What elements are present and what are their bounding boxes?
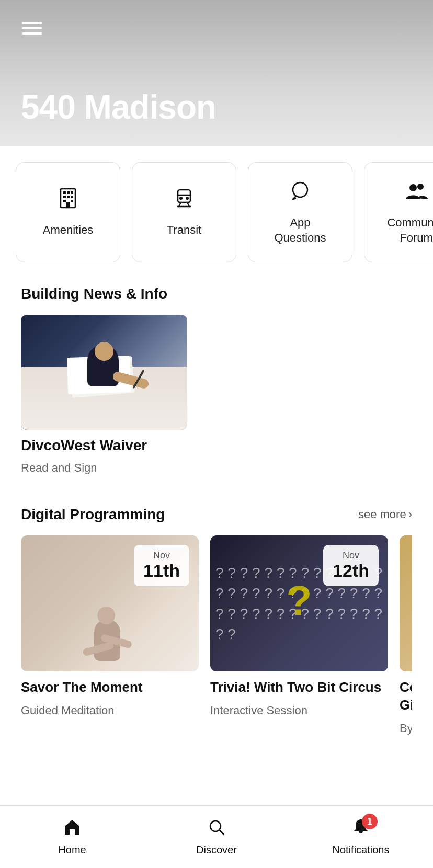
date-badge-savor: Nov 11th bbox=[134, 545, 189, 586]
see-more-button[interactable]: see more › bbox=[358, 508, 412, 521]
notification-badge: 1 bbox=[362, 814, 378, 829]
chat-icon bbox=[289, 179, 312, 206]
digital-programming-header: Digital Programming see more › bbox=[21, 506, 412, 523]
prog-image-trivia: ? ? ? ? ? ? ? ? ? ? ? ? ? ? ? ? ? ? ? ? … bbox=[210, 535, 388, 671]
building-news-section: Building News & Info DivcoWest Waiver Re… bbox=[0, 273, 433, 494]
quick-card-app-questions[interactable]: AppQuestions bbox=[248, 162, 352, 262]
svg-rect-9 bbox=[66, 202, 70, 208]
nav-home[interactable]: Home bbox=[0, 806, 144, 868]
savor-title: Savor The Moment bbox=[21, 679, 199, 696]
svg-rect-4 bbox=[63, 196, 66, 198]
app-questions-label: AppQuestions bbox=[274, 215, 326, 245]
svg-point-12 bbox=[186, 197, 189, 200]
svg-point-17 bbox=[293, 182, 307, 197]
transit-label: Transit bbox=[167, 223, 201, 238]
prog-card-savor[interactable]: Nov 11th Savor The Moment Guided Meditat… bbox=[21, 535, 199, 735]
svg-point-18 bbox=[409, 184, 417, 191]
building-news-title: Building News & Info bbox=[21, 285, 167, 302]
trivia-subtitle: Interactive Session bbox=[210, 704, 388, 717]
third-title: Comm...Gian... bbox=[400, 679, 412, 714]
prog-card-trivia[interactable]: ? ? ? ? ? ? ? ? ? ? ? ? ? ? ? ? ? ? ? ? … bbox=[210, 535, 388, 735]
chevron-right-icon: › bbox=[408, 508, 412, 521]
svg-rect-2 bbox=[67, 191, 70, 194]
svg-rect-6 bbox=[71, 196, 73, 198]
programming-cards-row: Nov 11th Savor The Moment Guided Meditat… bbox=[21, 535, 412, 746]
digital-programming-title: Digital Programming bbox=[21, 506, 165, 523]
building-news-header: Building News & Info bbox=[21, 285, 412, 302]
quick-card-amenities[interactable]: Amenities bbox=[16, 162, 120, 262]
nav-discover[interactable]: Discover bbox=[144, 806, 289, 868]
news-image bbox=[21, 315, 187, 430]
trivia-main-question: ? bbox=[287, 577, 312, 625]
svg-rect-10 bbox=[178, 190, 190, 202]
hero-section: 540 Madison bbox=[0, 0, 433, 146]
date-badge-trivia: Nov 12th bbox=[323, 545, 379, 586]
community-forum-label: CommunityForum bbox=[387, 215, 433, 245]
people-icon bbox=[405, 179, 428, 206]
svg-line-21 bbox=[219, 830, 224, 835]
train-icon bbox=[173, 187, 196, 213]
news-card-subtitle: Read and Sign bbox=[21, 461, 412, 475]
nav-notifications-label: Notifications bbox=[333, 844, 390, 856]
home-icon bbox=[63, 818, 82, 841]
news-card[interactable]: DivcoWest Waiver Read and Sign bbox=[21, 315, 412, 494]
nav-discover-label: Discover bbox=[196, 844, 237, 856]
prog-image-third bbox=[400, 535, 412, 671]
svg-point-19 bbox=[417, 184, 424, 190]
nav-home-label: Home bbox=[58, 844, 86, 856]
quick-card-community-forum[interactable]: CommunityForum bbox=[364, 162, 433, 262]
trivia-title: Trivia! With Two Bit Circus bbox=[210, 679, 388, 696]
amenities-label: Amenities bbox=[43, 223, 94, 238]
quick-cards-row: Amenities Transit AppQuestions bbox=[0, 146, 433, 273]
svg-rect-3 bbox=[71, 191, 73, 194]
svg-rect-7 bbox=[63, 200, 66, 202]
search-icon bbox=[207, 818, 226, 841]
bottom-nav: Home Discover 1 Notifications bbox=[0, 805, 433, 868]
svg-rect-5 bbox=[67, 196, 70, 198]
svg-point-11 bbox=[179, 197, 183, 200]
quick-card-transit[interactable]: Transit bbox=[132, 162, 236, 262]
building-title: 540 Madison bbox=[21, 89, 412, 125]
nav-notifications[interactable]: 1 Notifications bbox=[289, 806, 433, 868]
prog-image-meditation: Nov 11th bbox=[21, 535, 199, 671]
hamburger-icon bbox=[22, 22, 42, 35]
building-icon bbox=[56, 187, 79, 213]
menu-button[interactable] bbox=[19, 19, 45, 38]
bell-icon: 1 bbox=[351, 818, 370, 841]
news-card-title: DivcoWest Waiver bbox=[21, 437, 412, 454]
svg-rect-1 bbox=[63, 191, 66, 194]
digital-programming-section: Digital Programming see more › Nov 11th bbox=[0, 494, 433, 746]
third-subtitle: By T... bbox=[400, 722, 412, 735]
prog-card-third[interactable]: Comm...Gian... By T... bbox=[400, 535, 412, 735]
svg-rect-8 bbox=[71, 200, 73, 202]
savor-subtitle: Guided Meditation bbox=[21, 704, 199, 717]
